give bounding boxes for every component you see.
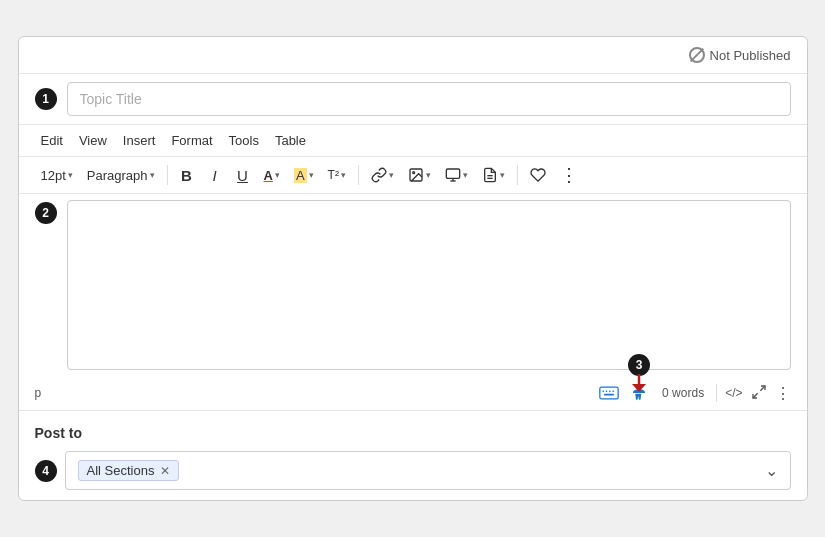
svg-rect-7 [600,387,618,399]
media-button[interactable]: ▾ [439,164,474,186]
section-tag: All Sections ✕ [78,460,180,481]
keyboard-icon[interactable] [598,382,620,404]
toolbar: 12pt ▾ Paragraph ▾ B I U A ▾ A ▾ T² ▾ [19,157,807,194]
step-badge-2: 2 [35,202,57,224]
status-bar: p 3 [19,376,807,411]
plugin-button[interactable] [524,164,552,186]
paragraph-chevron: ▾ [150,170,155,180]
status-sep-1 [716,384,717,402]
menu-format[interactable]: Format [165,131,218,150]
menu-tools[interactable]: Tools [223,131,265,150]
toolbar-sep-1 [167,165,168,185]
red-arrow-icon [630,372,648,395]
section-tag-close-button[interactable]: ✕ [160,464,170,478]
expand-icon [751,384,767,400]
menu-insert[interactable]: Insert [117,131,162,150]
editor-area[interactable] [67,200,791,370]
font-color-chevron: ▾ [275,170,280,180]
editor-wrapper: 2 [19,194,807,376]
not-published-label: Not Published [710,48,791,63]
sections-dropdown[interactable]: All Sections ✕ ⌄ [65,451,791,490]
font-size-selector[interactable]: 12pt ▾ [35,165,79,186]
image-button[interactable]: ▾ [402,164,437,186]
ban-icon [689,47,705,63]
accessibility-area: 3 [628,382,650,404]
toolbar-sep-3 [517,165,518,185]
image-icon [408,167,424,183]
status-bar-right: 3 0 words [598,382,790,404]
title-row: 1 [19,74,807,125]
code-view-button[interactable]: </> [725,386,742,400]
embed-icon [482,167,498,183]
section-tag-label: All Sections [87,463,155,478]
svg-line-17 [753,393,758,398]
expand-button[interactable] [751,384,767,403]
post-to-row: 4 All Sections ✕ ⌄ [35,451,791,490]
highlight-button[interactable]: A ▾ [288,165,320,186]
plugin-icon [530,167,546,183]
dropdown-chevron-icon: ⌄ [765,461,778,480]
bold-button[interactable]: B [174,164,200,187]
step-badge-1: 1 [35,88,57,110]
link-button[interactable]: ▾ [365,164,400,186]
font-size-chevron: ▾ [68,170,73,180]
menu-bar: Edit View Insert Format Tools Table [19,125,807,157]
media-icon [445,167,461,183]
svg-rect-2 [446,169,459,178]
header-bar: Not Published [19,37,807,74]
menu-view[interactable]: View [73,131,113,150]
underline-button[interactable]: U [230,164,256,187]
p-tag: p [35,386,42,400]
post-to-section: Post to 4 All Sections ✕ ⌄ [19,411,807,500]
page-container: Not Published 1 Edit View Insert Format … [18,36,808,501]
more-menu-button[interactable]: ⋮ [775,384,791,403]
menu-table[interactable]: Table [269,131,312,150]
link-icon [371,167,387,183]
highlight-chevron: ▾ [309,170,314,180]
svg-point-1 [413,172,415,174]
embed-button[interactable]: ▾ [476,164,511,186]
more-options-button[interactable]: ⋮ [554,161,585,189]
superscript-chevron: ▾ [341,170,346,180]
superscript-button[interactable]: T² ▾ [322,165,352,185]
toolbar-sep-2 [358,165,359,185]
not-published-status: Not Published [689,47,791,63]
svg-line-16 [760,386,765,391]
step-badge-4: 4 [35,460,57,482]
font-color-button[interactable]: A ▾ [258,165,286,186]
paragraph-selector[interactable]: Paragraph ▾ [81,165,161,186]
post-to-label: Post to [35,425,791,441]
menu-edit[interactable]: Edit [35,131,69,150]
word-count: 0 words [658,386,708,400]
topic-title-input[interactable] [67,82,791,116]
italic-button[interactable]: I [202,164,228,187]
svg-marker-14 [632,384,646,392]
